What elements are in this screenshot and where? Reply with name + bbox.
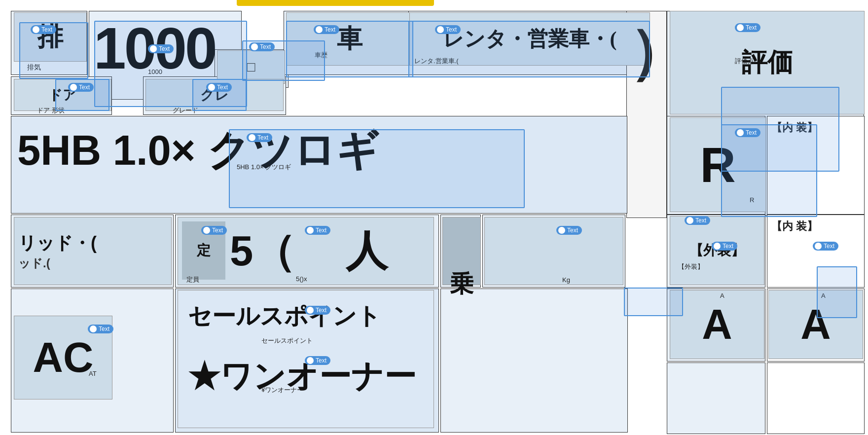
label-hyoka: 評価点 bbox=[735, 57, 754, 66]
gaiso-image: 【外装】 bbox=[670, 216, 764, 285]
kg-image bbox=[484, 217, 623, 285]
cell-middle-bottom bbox=[440, 289, 628, 433]
hyoka-image: 評価 bbox=[670, 11, 865, 114]
badge-cc[interactable]: Text bbox=[249, 42, 275, 51]
badge-5x[interactable]: Text bbox=[305, 226, 330, 235]
badge-sales[interactable]: Text bbox=[305, 306, 330, 315]
badge-dot-kg bbox=[558, 227, 565, 234]
badge-doa[interactable]: Text bbox=[68, 83, 94, 92]
badge-a-left[interactable]: Text bbox=[712, 242, 737, 251]
badge-a-right[interactable]: Text bbox=[813, 242, 838, 251]
badge-hyoka[interactable]: Text bbox=[735, 23, 760, 32]
haikki-image: 排 bbox=[14, 12, 87, 62]
badge-dot-a-right bbox=[815, 243, 822, 250]
r-img-text: R bbox=[700, 137, 735, 193]
badge-at[interactable]: Text bbox=[88, 325, 113, 333]
label-wanowner: ¥ワンオーナー bbox=[261, 386, 303, 395]
badge-dot bbox=[33, 26, 39, 33]
badge-label-5hb: Text bbox=[257, 134, 268, 141]
badge-dot-at bbox=[90, 326, 97, 332]
badge-teiin[interactable]: Text bbox=[201, 226, 227, 235]
badge-label-5x: Text bbox=[316, 227, 326, 234]
teiin-kanji: 定 bbox=[197, 241, 211, 260]
badge-label-gaiso: Text bbox=[695, 217, 706, 224]
badge-dot-grade bbox=[208, 84, 215, 91]
badge-dot-hyoka bbox=[737, 24, 744, 31]
badge-dot-doa bbox=[70, 84, 77, 91]
badge-1000[interactable]: Text bbox=[148, 44, 174, 53]
badge-label-renta: Text bbox=[446, 26, 457, 33]
label-kg: Kg bbox=[562, 276, 570, 284]
badge-dot-5x bbox=[307, 227, 314, 234]
badge-kg[interactable]: Text bbox=[556, 226, 582, 235]
badge-label-a-right: Text bbox=[824, 243, 834, 250]
badge-dot-wanowner bbox=[307, 357, 314, 364]
label-a-right: A bbox=[821, 292, 826, 299]
badge-5hb[interactable]: Text bbox=[247, 133, 272, 142]
badge-dot-a-left bbox=[714, 243, 721, 250]
badge-dot-5hb bbox=[249, 134, 255, 141]
at-img-text: AC bbox=[33, 333, 94, 382]
naiso-label2: 【内 装】 bbox=[771, 219, 818, 234]
a-right-image: A bbox=[768, 290, 863, 359]
badge-label-1000: Text bbox=[159, 45, 170, 52]
badge-dot-r bbox=[737, 129, 744, 136]
label-renta: レンタ.営業車.( bbox=[414, 57, 459, 66]
badge-dot-sales bbox=[307, 307, 314, 314]
label-5hb: 5HB 1.0× クツロギ bbox=[237, 163, 291, 172]
label-grade: グレード bbox=[173, 106, 198, 115]
label-r: R bbox=[750, 196, 754, 204]
badge-label-hyoka: Text bbox=[746, 24, 757, 31]
a-left-image: A bbox=[670, 290, 764, 359]
badge-label-at: Text bbox=[99, 326, 109, 332]
label-teiin: 定員 bbox=[186, 275, 199, 284]
badge-label-doa: Text bbox=[79, 84, 90, 91]
badge-label-kg: Text bbox=[567, 227, 578, 234]
renta-img-text: レンタ・営業車・( bbox=[443, 25, 617, 53]
badge-dot-renta bbox=[437, 26, 444, 33]
label-sales: セールスポイント bbox=[261, 336, 313, 345]
badge-rekishi[interactable]: Text bbox=[314, 25, 339, 34]
label-doa: ドア 形状 bbox=[37, 106, 65, 115]
hw-5hb: 5HB 1.0× クツロギ bbox=[17, 122, 379, 179]
badge-label-a-left: Text bbox=[723, 243, 733, 250]
naiso-label: 【内 装】 bbox=[771, 120, 818, 135]
badge-label-rekishi: Text bbox=[325, 26, 335, 33]
badge-wanowner[interactable]: Text bbox=[305, 356, 330, 365]
badge-r[interactable]: Text bbox=[735, 128, 760, 137]
rekishi-image: 車 bbox=[286, 12, 413, 66]
badge-dot-cc bbox=[251, 43, 258, 50]
top-bar bbox=[237, 0, 434, 6]
haikki-label: 排気 bbox=[27, 63, 41, 72]
hw-person: 人 bbox=[346, 223, 388, 280]
badge-haikki[interactable]: Text bbox=[31, 25, 56, 34]
cell-naiso: 【内 装】 bbox=[767, 215, 865, 288]
hybrid-text1: リッド・( bbox=[18, 231, 97, 255]
kanji-block: 乗 bbox=[442, 217, 481, 285]
main-container: 【内 装】 【内 装】 排 排気 1000 Text Text 1000 □ T… bbox=[0, 0, 868, 435]
label-gaiso: 【外装】 bbox=[678, 262, 704, 271]
rekishi-img-text: 車 bbox=[337, 22, 362, 56]
badge-dot-1000 bbox=[150, 45, 157, 52]
cell-naiso-top: 【内 装】 bbox=[767, 116, 865, 215]
hybrid-text2: ッド.( bbox=[18, 255, 50, 271]
badge-renta[interactable]: Text bbox=[435, 25, 461, 34]
label-a-left: A bbox=[720, 292, 724, 299]
badge-label-cc: Text bbox=[260, 43, 271, 50]
badge-dot-gaiso bbox=[687, 217, 693, 224]
badge-dot-teiin bbox=[203, 227, 210, 234]
badge-grade[interactable]: Text bbox=[206, 83, 232, 92]
label-rekishi: 車歴 bbox=[315, 51, 327, 60]
hybrid-image: リッド・( ッド.( bbox=[14, 217, 172, 285]
badge-label-sales: Text bbox=[316, 307, 326, 314]
a-left-img-text: A bbox=[702, 300, 732, 349]
badge-label: Text bbox=[41, 26, 52, 33]
cc-img-text: □ bbox=[247, 59, 255, 75]
badge-label-wanowner: Text bbox=[316, 357, 326, 364]
badge-label-grade: Text bbox=[217, 84, 228, 91]
badge-gaiso[interactable]: Text bbox=[685, 216, 710, 225]
label-1000: 1000 bbox=[148, 68, 162, 75]
a-right-img-text: A bbox=[800, 300, 831, 349]
badge-dot-rekishi bbox=[316, 26, 323, 33]
badge-label-teiin: Text bbox=[212, 227, 223, 234]
